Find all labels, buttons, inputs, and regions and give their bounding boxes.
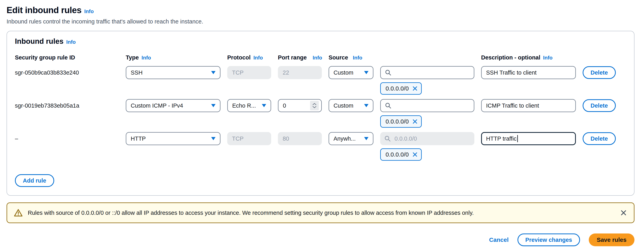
preview-changes-button[interactable]: Preview changes [518, 233, 580, 246]
description-input-focused[interactable]: HTTP traffic [481, 132, 576, 145]
page-info-link[interactable]: Info [84, 8, 94, 14]
chevron-down-icon [364, 137, 368, 140]
rule-row-icmp: sgr-0019eb7383eb05a1a Custom ICMP - IPv4… [15, 99, 626, 128]
cancel-button[interactable]: Cancel [489, 236, 508, 243]
column-header-row: Security group rule ID TypeInfo Protocol… [15, 54, 626, 61]
warning-icon [14, 209, 23, 217]
protocol-field-disabled: TCP [227, 132, 271, 145]
description-input[interactable] [481, 66, 576, 79]
type-info-link[interactable]: Info [142, 55, 151, 61]
rule-row-ssh: sgr-050b9ca03b833e240 SSH TCP 22 Custom … [15, 66, 626, 95]
rule-id-text: sgr-0019eb7383eb05a1a [15, 102, 119, 109]
chevron-down-icon [211, 137, 216, 140]
edit-inbound-rules-page: Edit inbound rulesInfo Inbound rules con… [0, 0, 644, 246]
chevron-down-icon [312, 106, 317, 108]
page-header: Edit inbound rulesInfo Inbound rules con… [6, 5, 634, 25]
close-icon [620, 209, 627, 216]
search-icon [384, 135, 391, 142]
warning-text: Rules with source of 0.0.0.0/0 or ::/0 a… [28, 210, 474, 216]
banner-close-button[interactable] [620, 209, 627, 216]
remove-chip-icon[interactable] [412, 86, 418, 92]
description-input[interactable] [481, 99, 576, 112]
delete-rule-button[interactable]: Delete [582, 99, 616, 112]
source-search-input-disabled: 0.0.0.0/0 [380, 132, 474, 145]
source-search-input[interactable] [380, 66, 474, 79]
source-cidr-chip[interactable]: 0.0.0.0/0 [380, 115, 422, 128]
type-select[interactable]: SSH [126, 66, 220, 79]
warning-banner: Rules with source of 0.0.0.0/0 or ::/0 a… [6, 202, 634, 223]
col-source: Source [328, 54, 348, 61]
card-title: Inbound rules [15, 37, 64, 45]
description-info-link[interactable]: Info [543, 55, 552, 61]
chevron-down-icon [211, 71, 216, 74]
source-mode-select[interactable]: Custom [328, 66, 374, 79]
type-select[interactable]: HTTP [126, 132, 220, 145]
source-placeholder: 0.0.0.0/0 [394, 135, 417, 142]
chevron-down-icon [211, 104, 216, 107]
chevron-up-icon [312, 103, 317, 105]
card-info-link[interactable]: Info [66, 39, 76, 45]
save-rules-button[interactable]: Save rules [589, 233, 634, 246]
port-range-field-disabled: 22 [278, 66, 322, 79]
source-cidr-chip[interactable]: 0.0.0.0/0 [380, 148, 422, 161]
protocol-field-disabled: TCP [227, 66, 271, 79]
stepper-buttons[interactable] [310, 101, 319, 110]
source-search-input[interactable] [380, 99, 474, 112]
source-info-link[interactable]: Info [353, 55, 362, 61]
add-rule-button[interactable]: Add rule [15, 174, 54, 187]
footer-actions: Cancel Preview changes Save rules [6, 233, 634, 246]
rule-id-text: sgr-050b9ca03b833e240 [15, 69, 119, 76]
col-type: Type [126, 54, 139, 61]
col-description: Description - optional [481, 54, 540, 61]
type-select[interactable]: Custom ICMP - IPv4 [126, 99, 220, 112]
remove-chip-icon[interactable] [412, 119, 418, 124]
delete-rule-button[interactable]: Delete [582, 132, 616, 145]
source-mode-select[interactable]: Anywh... [328, 132, 374, 145]
col-port-range: Port range [278, 54, 307, 61]
search-icon [385, 102, 392, 109]
rule-row-http: – HTTP TCP 80 Anywh... 0.0.0.0/0 HTTP tr… [15, 132, 626, 161]
remove-chip-icon[interactable] [412, 152, 418, 157]
chevron-down-icon [364, 104, 368, 107]
protocol-select[interactable]: Echo R... [227, 99, 271, 112]
chevron-down-icon [364, 71, 368, 74]
page-subtitle: Inbound rules control the incoming traff… [6, 18, 634, 25]
page-title: Edit inbound rules [6, 5, 82, 15]
delete-rule-button[interactable]: Delete [582, 66, 616, 79]
search-icon [385, 69, 392, 76]
port-range-info-link[interactable]: Info [313, 55, 322, 61]
rule-id-text: – [15, 135, 119, 142]
inbound-rules-card: Inbound rulesInfo Security group rule ID… [6, 31, 634, 196]
port-range-stepper[interactable]: 0 [278, 99, 322, 112]
col-rule-id: Security group rule ID [15, 54, 75, 61]
port-range-field-disabled: 80 [278, 132, 322, 145]
chevron-down-icon [262, 104, 266, 107]
col-protocol: Protocol [227, 54, 251, 61]
protocol-info-link[interactable]: Info [254, 55, 263, 61]
source-cidr-chip[interactable]: 0.0.0.0/0 [380, 82, 422, 95]
text-cursor [517, 135, 518, 142]
source-mode-select[interactable]: Custom [328, 99, 374, 112]
